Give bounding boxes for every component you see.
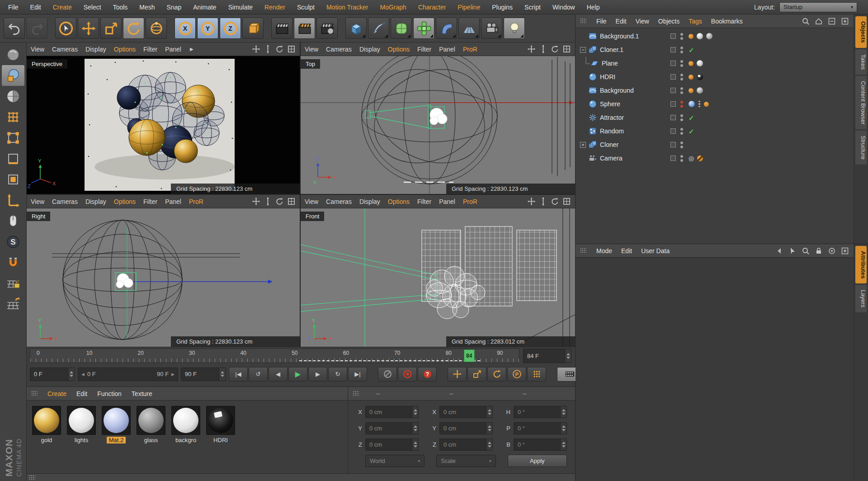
compositing-tag-icon[interactable] xyxy=(689,75,693,80)
render-view-button[interactable] xyxy=(271,18,292,39)
environment-button[interactable] xyxy=(458,18,480,39)
visibility-dots[interactable] xyxy=(680,87,683,94)
material-preview[interactable] xyxy=(171,406,200,435)
attribute-manager-body[interactable] xyxy=(576,258,854,481)
value-input[interactable]: 0 cm xyxy=(365,422,419,434)
menu-help[interactable]: Help xyxy=(587,4,600,11)
viewport-menu-cameras[interactable]: Cameras xyxy=(326,46,352,53)
move-button[interactable] xyxy=(78,18,99,39)
zoom-view-icon[interactable] xyxy=(539,45,547,53)
viewport-menu-panel[interactable]: Panel xyxy=(439,46,455,53)
object-row-attractor[interactable]: Attractor✓ xyxy=(576,111,854,124)
material-mat-2[interactable]: Mat.2 xyxy=(102,406,131,443)
key-position-button[interactable] xyxy=(448,367,467,382)
rotate-view-icon[interactable] xyxy=(275,45,284,53)
layer-chip[interactable] xyxy=(670,88,676,93)
render-settings-button[interactable] xyxy=(316,18,338,39)
spinner-arrows-icon[interactable] xyxy=(412,439,418,450)
front-canvas[interactable]: Y X Z Front Grid Spacing : 2283.012 cm xyxy=(301,208,575,347)
maximize-view-icon[interactable] xyxy=(562,45,571,53)
perspective-canvas[interactable]: Y X Z Perspective Grid Spacing : 22830.1… xyxy=(27,56,300,194)
material-tag-icon[interactable] xyxy=(697,74,703,80)
protection-tag-icon[interactable] xyxy=(697,156,703,161)
menu-render[interactable]: Render xyxy=(264,4,285,11)
layer-chip[interactable] xyxy=(670,101,676,107)
spinner-arrows-icon[interactable] xyxy=(560,439,566,450)
goto-start-button[interactable]: |◀ xyxy=(229,367,248,382)
menu-edit[interactable]: Edit xyxy=(621,247,632,255)
material-gold[interactable]: gold xyxy=(32,406,61,443)
material-tag-icon[interactable] xyxy=(706,33,712,39)
magnet-tool-button[interactable] xyxy=(2,252,24,273)
axis-z-button[interactable]: Z xyxy=(220,18,241,39)
pan-view-icon[interactable] xyxy=(252,45,260,53)
zoom-view-icon[interactable] xyxy=(264,45,272,53)
object-row-background[interactable]: Background xyxy=(576,84,854,97)
drag-grip-icon[interactable] xyxy=(353,391,359,396)
viewport-menu-cameras[interactable]: Cameras xyxy=(52,46,78,53)
record-keyframe-button[interactable] xyxy=(398,367,417,382)
expander-plus-icon[interactable]: + xyxy=(580,142,586,148)
key-scale-button[interactable] xyxy=(467,367,486,382)
menu-tools[interactable]: Tools xyxy=(113,4,128,11)
menu-tags[interactable]: Tags xyxy=(689,18,702,25)
enabled-check-icon[interactable]: ✓ xyxy=(689,128,694,135)
object-row-plane[interactable]: Plane xyxy=(576,57,854,70)
world-dropdown[interactable]: World▾ xyxy=(365,455,425,467)
start-frame-spinner[interactable]: 0 F xyxy=(30,368,75,381)
visibility-dots[interactable] xyxy=(680,60,683,67)
viewport-solo-button[interactable] xyxy=(2,211,24,231)
menu-bookmarks[interactable]: Bookmarks xyxy=(711,18,743,25)
menu-create[interactable]: Create xyxy=(53,4,72,11)
maximize-view-icon[interactable] xyxy=(562,197,571,206)
material-tag-icon[interactable] xyxy=(697,60,703,66)
material-glass[interactable]: glass xyxy=(137,406,165,443)
value-input[interactable]: 0 cm xyxy=(439,439,493,451)
viewport-menu-filter[interactable]: Filter xyxy=(143,46,157,53)
spinner-arrows-icon[interactable] xyxy=(560,423,566,434)
points-mode-button[interactable] xyxy=(2,127,24,148)
menu-edit[interactable]: Edit xyxy=(30,4,41,11)
workplane-lock-button[interactable] xyxy=(2,273,24,294)
cursor-icon[interactable] xyxy=(788,247,797,255)
viewport-menu-pror[interactable]: ProR xyxy=(463,198,477,205)
viewport-menu-view[interactable]: View xyxy=(31,46,44,53)
menu-edit[interactable]: Edit xyxy=(76,390,87,397)
visibility-dots[interactable] xyxy=(680,101,683,108)
zoom-view-icon[interactable] xyxy=(539,197,547,206)
menu-texture[interactable]: Texture xyxy=(132,390,152,397)
spline-pen-button[interactable] xyxy=(368,18,389,39)
material-preview[interactable] xyxy=(102,406,131,435)
render-active-button[interactable] xyxy=(294,18,315,39)
collapse-icon[interactable] xyxy=(828,17,836,25)
menu-select[interactable]: Select xyxy=(84,4,101,11)
menu-window[interactable]: Window xyxy=(552,4,575,11)
axis-x-button[interactable]: X xyxy=(175,18,196,39)
edges-mode-button[interactable] xyxy=(2,148,24,169)
scale-button[interactable] xyxy=(100,18,122,39)
home-icon[interactable] xyxy=(815,17,823,25)
lock-icon[interactable] xyxy=(815,247,823,255)
polygons-mode-button[interactable] xyxy=(2,169,24,190)
menu-sculpt[interactable]: Sculpt xyxy=(297,4,315,11)
expander-minus-icon[interactable]: − xyxy=(580,47,586,53)
material-preview[interactable] xyxy=(32,406,61,435)
material-preview[interactable] xyxy=(206,406,235,435)
previous-frame-button[interactable]: ◀ xyxy=(269,367,288,382)
viewport-menu-filter[interactable]: Filter xyxy=(417,46,431,53)
live-selection-button[interactable] xyxy=(55,18,76,39)
value-input[interactable]: 0 cm xyxy=(439,406,493,418)
frame-range-slider[interactable]: ◀ 0 F 90 F ▶ xyxy=(78,368,178,381)
menu-file[interactable]: File xyxy=(8,4,19,11)
object-row-random[interactable]: Random✓ xyxy=(576,124,854,138)
keyframe-off-button[interactable] xyxy=(378,367,397,382)
workplane-mode-button[interactable] xyxy=(2,294,24,315)
value-input[interactable]: 0 ° xyxy=(514,406,567,418)
viewport-menu-view[interactable]: View xyxy=(305,46,318,53)
light-button[interactable] xyxy=(504,18,525,39)
maximize-view-icon[interactable] xyxy=(287,45,296,53)
layer-chip[interactable] xyxy=(670,156,676,161)
menu-plugins[interactable]: Plugins xyxy=(492,4,513,11)
compositing-tag-icon[interactable] xyxy=(689,61,693,66)
coordinate-system-button[interactable] xyxy=(242,18,264,39)
